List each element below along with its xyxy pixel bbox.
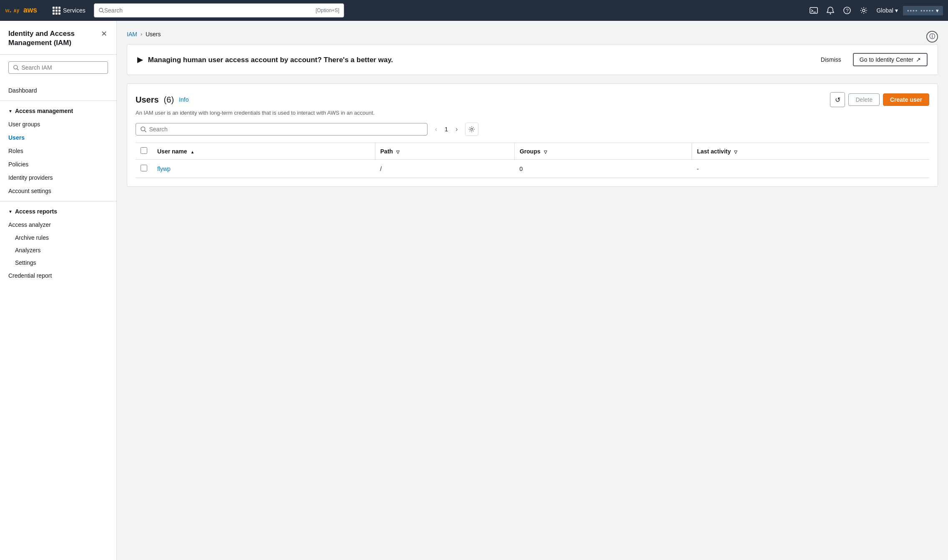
- breadcrumb: IAM › Users: [127, 31, 938, 38]
- aws-logo[interactable]: aws: [5, 5, 44, 15]
- sidebar-item-analyzers[interactable]: Analyzers: [0, 244, 116, 256]
- table-header: Users (6) Info ↺ Delete Create user: [136, 92, 929, 107]
- table-search-container[interactable]: [136, 123, 427, 136]
- identity-center-button[interactable]: Go to Identity Center ↗: [853, 53, 928, 66]
- svg-text:aws: aws: [23, 6, 37, 14]
- sidebar-close-button[interactable]: ✕: [100, 29, 108, 38]
- help-button[interactable]: ?: [840, 3, 855, 18]
- groups-sort-icon: ▽: [544, 150, 547, 154]
- username-sort-icon: ▲: [190, 150, 194, 154]
- notifications-button[interactable]: [823, 3, 838, 18]
- top-navigation: aws Services [Option+S]: [0, 0, 948, 21]
- table-header-username[interactable]: User name ▲: [152, 143, 375, 160]
- aws-text-logo: aws: [23, 5, 44, 15]
- account-label: ▪▪▪▪ ▪▪▪▪▪: [907, 8, 934, 14]
- row-path-cell: /: [375, 160, 514, 178]
- sidebar: Identity and Access Management (IAM) ✕ D…: [0, 21, 117, 560]
- sidebar-section-access-management[interactable]: ▼ Access management: [0, 104, 116, 118]
- table-header-checkbox: [136, 143, 152, 160]
- grid-icon: [53, 7, 60, 15]
- svg-point-5: [830, 13, 831, 15]
- table-header-path[interactable]: Path ▽: [375, 143, 514, 160]
- region-dropdown-icon: ▾: [895, 7, 898, 14]
- svg-point-1: [99, 8, 103, 12]
- nav-icons: ? Global ▾ ▪▪▪▪ ▪▪▪▪▪ ▾: [806, 3, 943, 18]
- breadcrumb-current: Users: [146, 31, 161, 38]
- page-number: 1: [441, 124, 451, 134]
- svg-line-12: [145, 131, 146, 132]
- banner-text: ▶ Managing human user access account by …: [137, 55, 809, 64]
- table-search-row: ‹ 1 ›: [136, 123, 929, 136]
- banner-arrow: ▶: [137, 56, 143, 64]
- delete-button[interactable]: Delete: [848, 93, 879, 106]
- next-page-button[interactable]: ›: [453, 124, 460, 135]
- user-link-flywp[interactable]: flywp: [157, 166, 171, 172]
- region-label: Global: [876, 7, 893, 14]
- table-description: An IAM user is an identity with long-ter…: [136, 110, 929, 116]
- sidebar-search-container[interactable]: [8, 61, 108, 74]
- cloudshell-button[interactable]: [806, 3, 821, 18]
- search-icon: [98, 7, 104, 14]
- user-count: (6): [164, 95, 174, 105]
- settings-button[interactable]: [856, 3, 871, 18]
- table-search-input[interactable]: [149, 126, 423, 133]
- sidebar-item-settings[interactable]: Settings: [0, 256, 116, 269]
- svg-rect-3: [810, 8, 817, 13]
- select-all-checkbox[interactable]: [141, 147, 147, 154]
- sidebar-search-icon: [13, 64, 19, 71]
- svg-point-8: [863, 9, 865, 12]
- svg-point-11: [141, 127, 145, 131]
- dismiss-button[interactable]: Dismiss: [816, 54, 846, 65]
- row-checkbox-cell: [136, 160, 152, 178]
- sidebar-header: Identity and Access Management (IAM) ✕: [0, 29, 116, 55]
- sidebar-item-access-analyzer[interactable]: Access analyzer: [0, 218, 116, 231]
- svg-text:?: ?: [846, 8, 849, 14]
- pagination: ‹ 1 ›: [433, 124, 460, 135]
- sidebar-item-dashboard[interactable]: Dashboard: [0, 84, 116, 97]
- prev-page-button[interactable]: ‹: [433, 124, 440, 135]
- svg-line-2: [102, 12, 104, 13]
- table-row: flywp / 0 -: [136, 160, 929, 178]
- table-header-groups[interactable]: Groups ▽: [514, 143, 692, 160]
- path-sort-icon: ▽: [396, 150, 400, 154]
- sidebar-item-users[interactable]: Users: [0, 131, 116, 144]
- table-header-last-activity[interactable]: Last activity ▽: [692, 143, 929, 160]
- sidebar-item-user-groups[interactable]: User groups: [0, 118, 116, 131]
- row-username-cell: flywp: [152, 160, 375, 178]
- sidebar-item-identity-providers[interactable]: Identity providers: [0, 171, 116, 184]
- svg-point-9: [14, 65, 18, 69]
- sidebar-item-policies[interactable]: Policies: [0, 158, 116, 171]
- global-search-bar[interactable]: [Option+S]: [94, 3, 344, 18]
- row-groups-cell: 0: [514, 160, 692, 178]
- row-checkbox[interactable]: [141, 165, 147, 171]
- sidebar-item-account-settings[interactable]: Account settings: [0, 184, 116, 198]
- sidebar-item-archive-rules[interactable]: Archive rules: [0, 231, 116, 244]
- services-button[interactable]: Services: [49, 5, 89, 16]
- help-circle-button[interactable]: ⓘ: [926, 31, 938, 43]
- main-content: IAM › Users ▶ Managing human user access…: [117, 21, 948, 560]
- app-layout: Identity and Access Management (IAM) ✕ D…: [0, 21, 948, 560]
- row-last-activity-cell: -: [692, 160, 929, 178]
- account-menu[interactable]: ▪▪▪▪ ▪▪▪▪▪ ▾: [903, 6, 943, 15]
- sidebar-item-credential-report[interactable]: Credential report: [0, 269, 116, 282]
- external-link-icon: ↗: [916, 56, 921, 63]
- sidebar-section-access-reports[interactable]: ▼ Access reports: [0, 205, 116, 218]
- column-settings-button[interactable]: [465, 123, 478, 136]
- breadcrumb-iam-link[interactable]: IAM: [127, 31, 137, 38]
- users-table: User name ▲ Path ▽ Groups ▽ Last activ: [136, 143, 929, 178]
- global-search-input[interactable]: [104, 7, 316, 14]
- column-settings-icon: [468, 126, 475, 133]
- refresh-button[interactable]: ↺: [830, 92, 845, 107]
- sidebar-search-input[interactable]: [21, 64, 103, 71]
- create-user-button[interactable]: Create user: [883, 93, 929, 106]
- sidebar-title: Identity and Access Management (IAM): [8, 29, 100, 48]
- svg-point-13: [471, 128, 473, 131]
- account-dropdown-icon: ▾: [936, 8, 939, 14]
- region-button[interactable]: Global ▾: [873, 5, 901, 15]
- nav-divider-2: [0, 201, 116, 201]
- table-info-link[interactable]: Info: [179, 96, 189, 103]
- search-shortcut: [Option+S]: [316, 8, 339, 13]
- breadcrumb-separator: ›: [141, 31, 142, 37]
- sidebar-item-roles[interactable]: Roles: [0, 144, 116, 158]
- section-arrow-access-management: ▼: [8, 109, 13, 113]
